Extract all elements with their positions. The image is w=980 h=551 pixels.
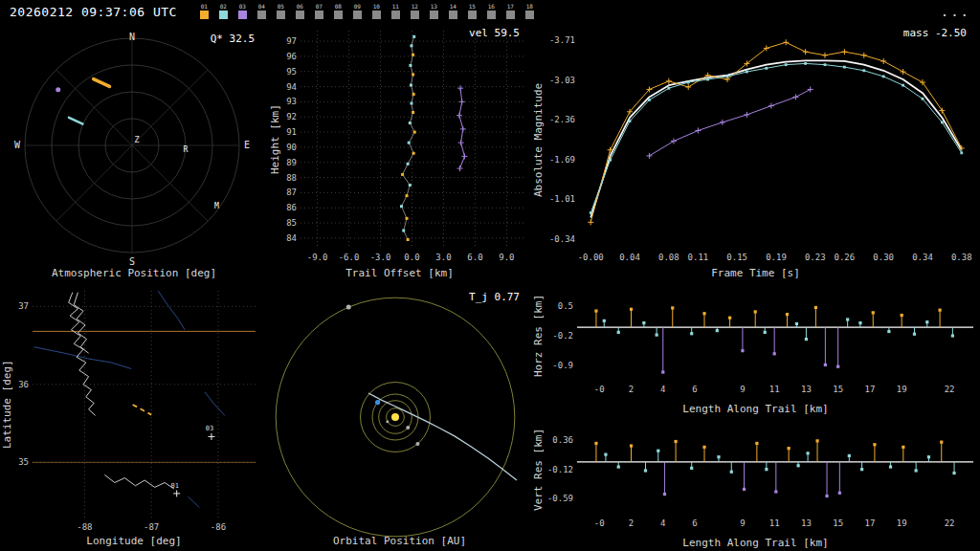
plus-marker — [861, 53, 867, 58]
residual-marker — [786, 313, 789, 316]
trail-point — [401, 173, 404, 176]
plus-marker — [841, 49, 847, 55]
x-tick-label: 0.34 — [912, 253, 933, 262]
station-chip-09[interactable]: 09 — [353, 4, 362, 19]
x-tick-label: 13 — [801, 518, 812, 528]
residual-marker — [815, 439, 818, 442]
panel-light-curve: -0.000.040.080.110.150.190.230.260.300.3… — [531, 23, 980, 283]
plus-marker — [901, 69, 906, 75]
station-chip-14[interactable]: 14 — [449, 4, 457, 19]
zenith-label: Z — [134, 135, 140, 144]
x-tick-label: 3.0 — [435, 253, 451, 262]
plus-marker — [768, 103, 774, 109]
x-tick-label: 0.30 — [873, 253, 894, 262]
map-station-label-03: 03 — [206, 425, 213, 432]
residual-marker — [805, 338, 808, 341]
station-chip-03[interactable]: 03 — [238, 4, 247, 19]
residual-marker — [797, 464, 800, 467]
station-color-swatch — [525, 11, 534, 19]
y-tick-label: -0.34 — [549, 234, 575, 244]
series-marker — [609, 159, 612, 162]
station-chip-11[interactable]: 11 — [391, 4, 400, 19]
lightcurve-series-02 — [590, 63, 962, 212]
series-marker — [960, 151, 963, 154]
station-chip-17[interactable]: 17 — [506, 4, 515, 19]
residual-marker — [915, 469, 918, 472]
series-marker — [590, 211, 592, 214]
meteoroid-orbit-path — [368, 393, 517, 480]
station-chip-02[interactable]: 02 — [219, 4, 228, 19]
y-tick-label: 85 — [286, 218, 297, 228]
residual-marker — [617, 331, 620, 334]
utc-clock: 20260212 09:37:06 UTC — [10, 5, 177, 19]
planet-dot-mercury — [386, 420, 389, 423]
residual-marker — [690, 332, 693, 335]
lightcurve-series-03 — [649, 89, 810, 155]
light-curve-plot: -0.000.040.080.110.150.190.230.260.300.3… — [531, 23, 980, 283]
status-bar: 20260212 09:37:06 UTC 010203040506070809… — [0, 0, 980, 23]
panel-trail-offset: -9.0-6.0-3.00.03.06.09.08485868788899091… — [268, 23, 531, 283]
station-color-swatch — [257, 11, 266, 19]
ground-map-plot: -88-87-863536370301 — [0, 283, 268, 551]
station-id-label: 14 — [450, 4, 457, 10]
station-chip-10[interactable]: 10 — [372, 4, 381, 19]
residual-marker — [702, 312, 705, 315]
residual-marker — [860, 468, 863, 471]
coastline — [74, 293, 88, 354]
x-tick-label: 4 — [660, 385, 665, 394]
station-id-label: 15 — [469, 4, 476, 10]
trail-point — [402, 230, 405, 232]
residual-marker — [754, 310, 757, 313]
station-chip-13[interactable]: 13 — [430, 4, 438, 19]
station-chip-15[interactable]: 15 — [468, 4, 477, 19]
station-chip-18[interactable]: 18 — [525, 4, 534, 19]
radiant-annotation: R — [184, 145, 189, 154]
station-id-label: 08 — [335, 4, 342, 10]
station-color-swatch — [277, 11, 285, 19]
x-tick-label: -87 — [144, 522, 159, 532]
y-tick-label: 94 — [286, 82, 297, 92]
station-color-swatch — [315, 11, 323, 19]
station-color-swatch — [296, 11, 304, 19]
station-chip-04[interactable]: 04 — [257, 4, 266, 19]
station-chip-01[interactable]: 01 — [200, 4, 209, 19]
station-chip-12[interactable]: 12 — [411, 4, 419, 19]
station-chip-16[interactable]: 16 — [487, 4, 496, 19]
panel-vertical-residuals: -024691113151719220.36-0.12-0.59 Vert Re… — [531, 417, 980, 551]
y-tick-label: 0.36 — [552, 435, 573, 445]
residual-marker — [806, 452, 809, 454]
station-indicator-row: 010203040506070809101112131415161718 — [200, 4, 534, 19]
x-tick-label: 17 — [865, 385, 876, 394]
station-color-swatch — [353, 11, 362, 19]
residual-marker — [617, 465, 620, 468]
station-id-label: 02 — [220, 4, 227, 10]
series-marker — [765, 67, 768, 70]
trail-point — [412, 152, 415, 155]
station-chip-05[interactable]: 05 — [277, 4, 285, 19]
series-marker — [648, 99, 651, 101]
station-chip-07[interactable]: 07 — [315, 4, 323, 19]
plus-marker — [880, 58, 886, 64]
residual-marker — [846, 318, 849, 320]
x-tick-label: 6 — [692, 385, 697, 394]
overflow-menu-button[interactable]: ... — [941, 4, 970, 19]
x-tick-label: 11 — [769, 385, 780, 394]
station-color-swatch — [487, 11, 496, 19]
station-id-label: 18 — [526, 4, 533, 10]
trail-point — [400, 205, 403, 208]
residual-marker — [741, 349, 744, 352]
station-chip-06[interactable]: 06 — [296, 4, 304, 19]
residual-marker — [663, 493, 666, 496]
station-id-label: 12 — [412, 4, 418, 10]
station-color-swatch — [430, 11, 438, 19]
main-trail-line — [402, 36, 415, 239]
river-line — [158, 291, 185, 330]
station-chip-08[interactable]: 08 — [334, 4, 343, 19]
plus-marker — [744, 112, 749, 118]
residual-marker — [642, 321, 645, 324]
residual-marker — [788, 447, 791, 450]
residual-marker — [765, 468, 768, 471]
x-tick-label: 13 — [801, 385, 812, 394]
residual-marker — [674, 440, 677, 443]
compass-north-label: N — [129, 32, 135, 42]
